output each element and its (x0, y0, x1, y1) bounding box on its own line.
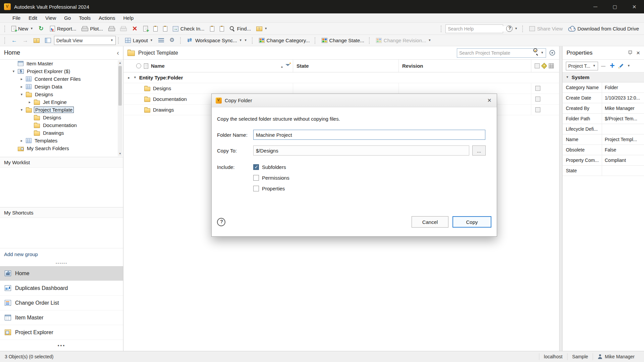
print-button[interactable] (106, 25, 117, 33)
sidebar-item-home[interactable]: Home (0, 266, 123, 281)
report-button[interactable]: Report... (48, 24, 79, 33)
close-icon[interactable] (636, 49, 640, 57)
tree-item-drawings-sub[interactable]: Drawings (0, 129, 123, 137)
view-mode-button[interactable] (254, 25, 270, 33)
dialog-close-icon[interactable] (486, 97, 493, 104)
cancel-button[interactable]: Cancel (412, 216, 448, 228)
copy-to-input[interactable] (253, 145, 469, 156)
table-row[interactable]: Designs (123, 83, 559, 94)
expand-arrow-icon[interactable]: ► (28, 101, 34, 104)
add-property-icon[interactable] (609, 63, 615, 69)
paste-button[interactable] (217, 25, 226, 33)
sidebar-item-change-order-list[interactable]: Change Order List (0, 296, 123, 310)
property-row[interactable]: Name Project Templ... (562, 134, 644, 145)
property-row[interactable]: State (562, 166, 644, 176)
add-new-group-link[interactable]: Add new group (0, 248, 123, 260)
permissions-option[interactable]: Permissions (253, 175, 289, 181)
search-help-input[interactable] (448, 26, 508, 32)
check-in-button[interactable]: Check In... (170, 24, 207, 33)
chevron-down-icon[interactable] (627, 64, 630, 67)
entity-type-selector[interactable]: Project T... (566, 62, 598, 70)
search-input[interactable] (459, 50, 531, 56)
my-shortcuts-header[interactable]: My Shortcuts (0, 207, 123, 218)
settings-button[interactable] (167, 36, 178, 45)
checkbox-column-icon[interactable] (535, 63, 540, 68)
up-folder-button[interactable] (31, 37, 42, 44)
tree-item-my-search-folders[interactable]: My Search Folders (0, 144, 123, 152)
property-row[interactable]: Obsolete False (562, 145, 644, 155)
collapse-arrow-icon[interactable]: ▼ (133, 76, 137, 79)
list-view-button[interactable] (156, 37, 166, 44)
view-options-icon[interactable] (549, 50, 555, 56)
menu-actions[interactable]: Actions (95, 14, 119, 21)
row-checkbox[interactable] (535, 86, 540, 91)
filter-funnel-icon[interactable] (285, 64, 290, 68)
property-row[interactable]: Lifecycle Defi... (562, 124, 644, 134)
tree-item-templates[interactable]: ► Templates (0, 137, 123, 144)
column-revision[interactable]: Revision (398, 60, 531, 72)
remove-property-icon[interactable] (601, 63, 606, 69)
column-state[interactable]: State (293, 60, 398, 72)
file-type-icon[interactable] (144, 63, 148, 69)
menu-go[interactable]: Go (60, 14, 74, 21)
property-row[interactable]: Folder Path $/Project Tem... (562, 114, 644, 124)
group-row-entity-type[interactable]: ► ▼ Entity Type:Folder (123, 72, 559, 83)
properties-option[interactable]: Properties (253, 186, 289, 191)
tree-item-design-data[interactable]: ► Design Data (0, 83, 123, 90)
delete-button[interactable] (129, 24, 140, 33)
change-state-button[interactable]: Change State... (319, 36, 367, 45)
layout-button[interactable]: Layout (123, 36, 155, 45)
collapse-arrow-icon[interactable]: ▼ (20, 93, 26, 96)
copy-button[interactable]: Copy (452, 216, 491, 228)
view-selector[interactable]: Default View (54, 36, 116, 45)
nav-resize-handle-icon[interactable] (0, 260, 123, 266)
subfolders-option[interactable]: Subfolders (253, 164, 289, 170)
tree-item-designs[interactable]: ▼ Designs (0, 90, 123, 98)
expand-arrow-icon[interactable]: ► (20, 139, 26, 142)
scroll-up-icon[interactable] (119, 60, 121, 65)
find-button[interactable]: Find... (227, 24, 254, 33)
tree-item-project-template[interactable]: ▼ Project Template (0, 106, 123, 114)
property-row[interactable]: Property Com... Compliant (562, 155, 644, 166)
workspace-sync-button[interactable]: Workspace Sync... (185, 36, 250, 45)
tree-item-designs-sub[interactable]: Designs (0, 114, 123, 121)
properties-checkbox[interactable] (253, 186, 259, 191)
my-worklist-header[interactable]: My Worklist (0, 157, 123, 168)
edit-pencil-icon[interactable] (619, 63, 624, 69)
sort-ascending-icon[interactable] (280, 63, 283, 69)
section-system[interactable]: ▼ System (562, 72, 644, 82)
property-row[interactable]: Category Name Folder (562, 82, 644, 93)
property-row[interactable]: Create Date 1/10/2023 12:0... (562, 93, 644, 103)
search-sparkle-icon[interactable] (533, 50, 539, 56)
permissions-checkbox[interactable] (253, 175, 259, 181)
panel-toggle-button[interactable] (43, 37, 53, 44)
menu-view[interactable]: View (42, 14, 60, 21)
tree-item-jet-engine[interactable]: ► Jet Engine (0, 98, 123, 106)
change-category-button[interactable]: Change Category... (257, 36, 312, 45)
close-button[interactable] (625, 0, 644, 13)
subfolders-checkbox[interactable] (253, 164, 259, 170)
new-button[interactable]: New (9, 24, 36, 33)
tree-item-content-center-files[interactable]: ► Content Center Files (0, 75, 123, 83)
download-cloud-button[interactable]: Download from Cloud Drive (566, 24, 641, 33)
minimize-button[interactable] (586, 0, 605, 13)
row-checkbox[interactable] (535, 97, 540, 102)
select-all-radio-icon[interactable] (136, 63, 141, 68)
current-user[interactable]: Mike Manager (593, 353, 639, 360)
expand-arrow-icon[interactable]: ► (20, 77, 26, 81)
menu-file[interactable]: File (9, 14, 24, 21)
help-menu-button[interactable] (504, 24, 520, 33)
tree-item-item-master[interactable]: Item Master (0, 60, 123, 67)
tree-item-documentation-sub[interactable]: Documentation (0, 121, 123, 129)
collapse-sidebar-icon[interactable] (117, 49, 119, 57)
collapse-arrow-icon[interactable]: ▼ (20, 108, 26, 112)
menu-edit[interactable]: Edit (25, 14, 41, 21)
pin-icon[interactable] (628, 50, 632, 55)
more-options-button[interactable] (0, 340, 123, 351)
chevron-down-icon[interactable] (541, 51, 544, 54)
back-button[interactable] (9, 36, 19, 45)
dialog-titlebar[interactable]: Copy Folder (212, 94, 497, 107)
scrollbar-thumb[interactable] (118, 66, 122, 106)
forward-button[interactable] (20, 36, 31, 45)
sidebar-item-item-master[interactable]: Item Master (0, 310, 123, 325)
